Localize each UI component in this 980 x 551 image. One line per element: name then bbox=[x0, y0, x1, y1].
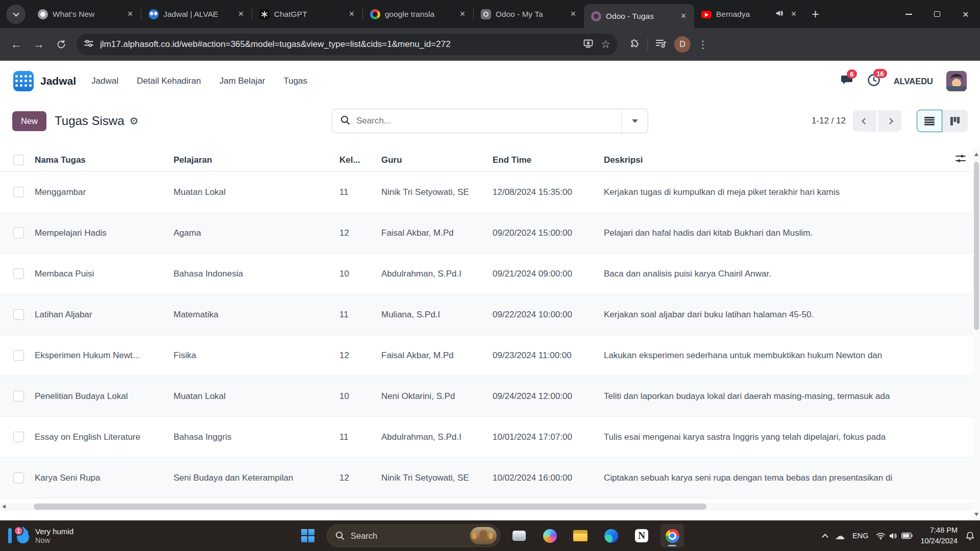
column-header-nama-tugas[interactable]: Nama Tugas bbox=[35, 155, 174, 165]
vertical-scrollbar[interactable] bbox=[973, 148, 980, 520]
tab-odoo-tugas-active[interactable]: Odoo - Tugas × bbox=[584, 4, 694, 28]
activities-clock-icon[interactable]: 16 bbox=[867, 73, 880, 89]
scroll-down-arrow[interactable] bbox=[974, 513, 978, 516]
tab-audio-icon[interactable] bbox=[775, 9, 783, 19]
notifications-bell-icon[interactable] bbox=[965, 531, 975, 541]
tab-odoo-mytasks[interactable]: Odoo - My Ta × bbox=[474, 0, 584, 28]
vertical-scrollbar-thumb[interactable] bbox=[974, 162, 979, 330]
row-checkbox[interactable] bbox=[13, 472, 24, 483]
user-avatar[interactable] bbox=[946, 71, 967, 91]
menu-item-tugas[interactable]: Tugas bbox=[283, 76, 307, 86]
tab-bernadya-youtube[interactable]: Bernadya × bbox=[694, 0, 804, 28]
table-row[interactable]: Mempelajari Hadis Agama 12 Faisal Akbar,… bbox=[0, 213, 973, 254]
back-button[interactable]: ← bbox=[6, 34, 27, 55]
company-name[interactable]: ALVAEDU bbox=[894, 77, 933, 86]
column-header-end-time[interactable]: End Time bbox=[493, 155, 604, 165]
column-header-pelajaran[interactable]: Pelajaran bbox=[174, 155, 339, 165]
weather-condition: Very humid bbox=[35, 527, 74, 536]
new-tab-button[interactable]: + bbox=[804, 6, 826, 22]
restore-button[interactable] bbox=[923, 0, 951, 28]
list-view-button[interactable] bbox=[917, 110, 942, 132]
taskbar-clock[interactable]: 7:48 PM 10/24/2024 bbox=[920, 525, 958, 546]
kanban-view-button[interactable] bbox=[942, 110, 968, 132]
gear-icon[interactable]: ⚙ bbox=[130, 115, 139, 127]
tab-close-icon[interactable]: × bbox=[788, 9, 799, 20]
search-box[interactable] bbox=[332, 109, 648, 133]
cell-guru: Ninik Tri Setyowati, SE bbox=[381, 187, 493, 197]
tab-close-icon[interactable]: × bbox=[678, 11, 689, 22]
search-input[interactable] bbox=[356, 116, 621, 126]
tab-google-translate[interactable]: google transla × bbox=[363, 0, 473, 28]
minimize-button[interactable] bbox=[894, 0, 923, 28]
horizontal-scrollbar[interactable] bbox=[0, 503, 973, 511]
tab-close-icon[interactable]: × bbox=[568, 9, 579, 20]
tray-chevron-up-icon[interactable] bbox=[822, 534, 828, 540]
tab-chatgpt[interactable]: ChatGPT × bbox=[252, 0, 362, 28]
tab-search-button[interactable] bbox=[6, 5, 26, 24]
messages-bubble-icon[interactable]: 6 bbox=[841, 74, 854, 88]
row-checkbox[interactable] bbox=[13, 350, 24, 361]
table-row[interactable]: Membaca Puisi Bahasa Indonesia 10 Abdulr… bbox=[0, 254, 973, 294]
tab-close-icon[interactable]: × bbox=[457, 9, 468, 20]
start-button[interactable] bbox=[296, 524, 320, 547]
task-view-button[interactable] bbox=[507, 524, 531, 547]
search-highlight-image[interactable] bbox=[470, 527, 497, 544]
select-all-checkbox[interactable] bbox=[13, 155, 24, 165]
table-row[interactable]: Latihan Aljabar Matematika 11 Muliana, S… bbox=[0, 294, 973, 335]
taskbar-search[interactable]: Search bbox=[327, 524, 500, 547]
table-row[interactable]: Menggambar Muatan Lokal 11 Ninik Tri Set… bbox=[0, 172, 973, 213]
menu-item-jadwal[interactable]: Jadwal bbox=[91, 76, 118, 86]
language-indicator[interactable]: ENG bbox=[852, 532, 868, 540]
row-checkbox[interactable] bbox=[13, 228, 24, 238]
table-row[interactable]: Karya Seni Rupa Seni Budaya dan Keteramp… bbox=[0, 458, 973, 498]
media-controls-icon[interactable] bbox=[655, 38, 667, 51]
adjust-columns-icon[interactable] bbox=[955, 154, 973, 166]
table-row[interactable]: Essay on English Literature Bahasa Inggr… bbox=[0, 417, 973, 458]
browser-profile-avatar[interactable]: D bbox=[674, 36, 691, 53]
row-checkbox[interactable] bbox=[13, 187, 24, 197]
tab-jadwal[interactable]: Jadwal | ALVAE × bbox=[141, 0, 252, 28]
horizontal-scrollbar-thumb[interactable] bbox=[34, 504, 706, 510]
new-button[interactable]: New bbox=[12, 111, 46, 131]
scroll-left-arrow[interactable] bbox=[2, 505, 6, 509]
site-settings-icon[interactable] bbox=[84, 38, 94, 51]
pager-next-button[interactable] bbox=[878, 110, 901, 132]
close-window-button[interactable]: × bbox=[951, 0, 980, 28]
row-checkbox[interactable] bbox=[13, 432, 24, 442]
search-dropdown-toggle[interactable] bbox=[621, 109, 648, 133]
row-checkbox[interactable] bbox=[13, 391, 24, 402]
onedrive-cloud-icon[interactable]: ☁ bbox=[835, 530, 845, 542]
app-brand-title[interactable]: Jadwal bbox=[40, 75, 76, 87]
edge-button[interactable] bbox=[599, 524, 623, 547]
tab-close-icon[interactable]: × bbox=[235, 9, 247, 20]
install-app-icon[interactable] bbox=[583, 38, 594, 51]
address-bar[interactable]: jlm17.alphasoft.co.id/web#action=365&mod… bbox=[77, 34, 618, 55]
url-text[interactable]: jlm17.alphasoft.co.id/web#action=365&mod… bbox=[100, 39, 577, 49]
extensions-puzzle-icon[interactable] bbox=[629, 38, 640, 51]
tab-close-icon[interactable]: × bbox=[346, 9, 357, 20]
apps-grid-icon[interactable] bbox=[13, 71, 34, 91]
bookmark-star-icon[interactable]: ☆ bbox=[601, 38, 610, 51]
tab-close-icon[interactable]: × bbox=[125, 9, 136, 20]
file-explorer-button[interactable] bbox=[569, 524, 592, 547]
scroll-up-arrow[interactable] bbox=[974, 153, 978, 156]
column-header-guru[interactable]: Guru bbox=[381, 155, 493, 165]
column-header-kelas[interactable]: Kel... bbox=[339, 155, 381, 165]
tray-status-icons[interactable] bbox=[876, 532, 913, 540]
chrome-button-active[interactable] bbox=[660, 524, 684, 547]
copilot-button[interactable] bbox=[538, 524, 561, 547]
browser-menu-kebab-icon[interactable]: ⋮ bbox=[698, 38, 708, 51]
menu-item-detail-kehadiran[interactable]: Detail Kehadiran bbox=[137, 76, 201, 86]
table-row[interactable]: Eksperimen Hukum Newt... Fisika 12 Faisa… bbox=[0, 335, 973, 376]
column-header-deskripsi[interactable]: Deskripsi bbox=[604, 155, 944, 165]
table-row[interactable]: Penelitian Budaya Lokal Muatan Lokal 10 … bbox=[0, 376, 973, 417]
menu-item-jam-belajar[interactable]: Jam Belajar bbox=[219, 76, 265, 86]
tab-whats-new[interactable]: What's New × bbox=[31, 0, 141, 28]
pager-previous-button[interactable] bbox=[853, 110, 876, 132]
weather-widget[interactable]: 1 Very humid Now bbox=[4, 520, 78, 551]
row-checkbox[interactable] bbox=[13, 268, 24, 279]
forward-button[interactable]: → bbox=[29, 34, 49, 55]
notes-app-button[interactable]: N bbox=[630, 524, 653, 547]
reload-button[interactable] bbox=[51, 34, 71, 55]
row-checkbox[interactable] bbox=[13, 309, 24, 320]
